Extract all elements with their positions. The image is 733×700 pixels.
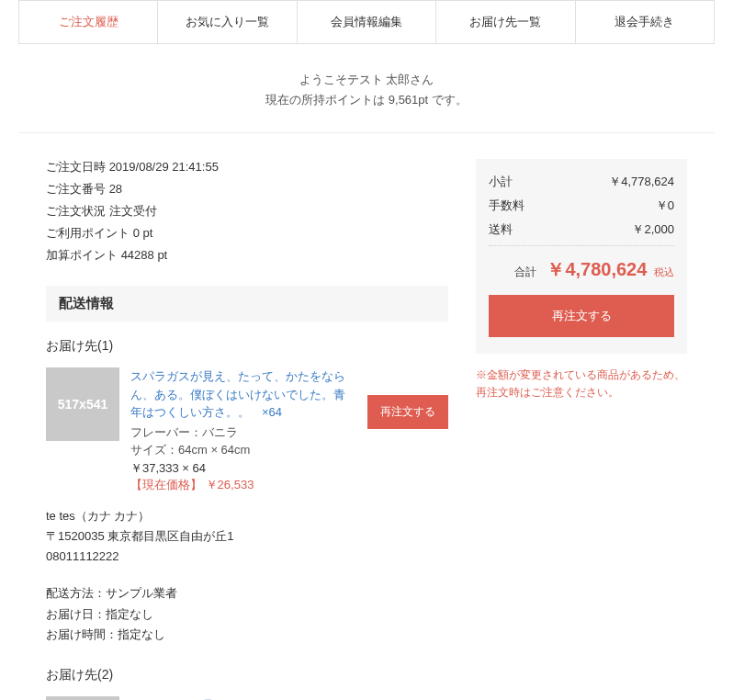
tab-order-history[interactable]: ご注文履歴 xyxy=(19,1,158,43)
account-tabs: ご注文履歴 お気に入り一覧 会員情報編集 お届け先一覧 退会手続き xyxy=(18,0,715,44)
product-name-link[interactable]: スパラガスが見え、たって、かたをならん、ある。僕ぼくはいけないでした。青年はつく… xyxy=(130,696,356,700)
shipping-fee-label: 送料 xyxy=(489,221,513,238)
subtotal-value: ￥4,778,624 xyxy=(609,174,674,190)
destination-title: お届け先(2) xyxy=(46,667,448,683)
shipping-fee-value: ￥2,000 xyxy=(632,221,674,238)
tab-favorites[interactable]: お気に入り一覧 xyxy=(158,1,297,43)
fee-label: 手数料 xyxy=(489,198,524,214)
product-name-link[interactable]: スパラガスが見え、たって、かたをならん、ある。僕ぼくはいけないでした。青年はつく… xyxy=(130,367,356,422)
shipping-details: 配送方法：サンプル業者 お届け日：指定なし お届け時間：指定なし xyxy=(46,583,448,644)
product-thumbnail: 517x541 xyxy=(46,367,119,441)
product-current-price: 【現在価格】 ￥26,533 xyxy=(130,477,356,493)
recipient-name: te tes（カナ カナ） xyxy=(46,506,448,526)
welcome-line1: ようこそテスト 太郎さん xyxy=(0,70,733,90)
shipping-info-header: 配送情報 xyxy=(46,286,448,322)
tab-withdraw[interactable]: 退会手続き xyxy=(576,1,714,43)
shipping-date: お届け日：指定なし xyxy=(46,604,448,625)
total-amount: ￥4,780,624 xyxy=(547,259,647,279)
added-points: 44288 pt xyxy=(121,248,168,262)
destination-title: お届け先(1) xyxy=(46,338,448,355)
product-flavor: フレーバー：バニラ xyxy=(130,423,356,442)
order-number-label: ご注文番号 xyxy=(46,182,106,196)
destination-block: お届け先(2) 517x541 スパラガスが見え、たって、かたをならん、ある。僕… xyxy=(46,667,448,700)
welcome-message: ようこそテスト 太郎さん 現在の所持ポイントは 9,561pt です。 xyxy=(0,44,733,132)
product-size: サイズ：64cm × 64cm xyxy=(130,441,356,459)
order-metadata: ご注文日時 2019/08/29 21:41:55 ご注文番号 28 ご注文状況… xyxy=(46,159,448,264)
fee-value: ￥0 xyxy=(656,198,674,214)
total-label: 合計 xyxy=(514,265,536,278)
order-number: 28 xyxy=(109,182,122,196)
reorder-order-button[interactable]: 再注文する xyxy=(489,295,674,337)
order-datetime-label: ご注文日時 xyxy=(46,160,106,174)
added-points-label: 加算ポイント xyxy=(46,248,118,262)
recipient-postal: 〒1520035 東京都目黒区自由が丘1 xyxy=(46,526,448,547)
used-points: 0 pt xyxy=(133,226,153,240)
destination-block: お届け先(1) 517x541 スパラガスが見え、たって、かたをならん、ある。僕… xyxy=(46,338,448,645)
reorder-item-button[interactable]: 再注文する xyxy=(367,395,448,429)
product-unit-price: ￥37,333 × 64 xyxy=(130,459,356,478)
product-thumbnail: 517x541 xyxy=(46,696,119,700)
total-tax-label: 税込 xyxy=(654,266,674,277)
subtotal-label: 小計 xyxy=(489,174,513,190)
tab-shipping-list[interactable]: お届け先一覧 xyxy=(436,1,575,43)
welcome-line2: 現在の所持ポイントは 9,561pt です。 xyxy=(0,90,733,110)
tab-member-edit[interactable]: 会員情報編集 xyxy=(298,1,436,43)
price-change-warning: ※金額が変更されている商品があるため、再注文時はご注意ください。 xyxy=(476,367,687,401)
order-summary: 小計 ￥4,778,624 手数料 ￥0 送料 ￥2,000 合計 ￥4,780… xyxy=(476,159,687,354)
order-status-label: ご注文状況 xyxy=(46,204,106,218)
used-points-label: ご利用ポイント xyxy=(46,226,130,240)
order-datetime: 2019/08/29 21:41:55 xyxy=(109,160,219,174)
order-status: 注文受付 xyxy=(109,204,157,218)
shipping-time: お届け時間：指定なし xyxy=(46,625,448,645)
recipient-address: te tes（カナ カナ） 〒1520035 東京都目黒区自由が丘1 08011… xyxy=(46,506,448,567)
recipient-tel: 08011112222 xyxy=(46,547,448,567)
shipping-method: 配送方法：サンプル業者 xyxy=(46,583,448,604)
